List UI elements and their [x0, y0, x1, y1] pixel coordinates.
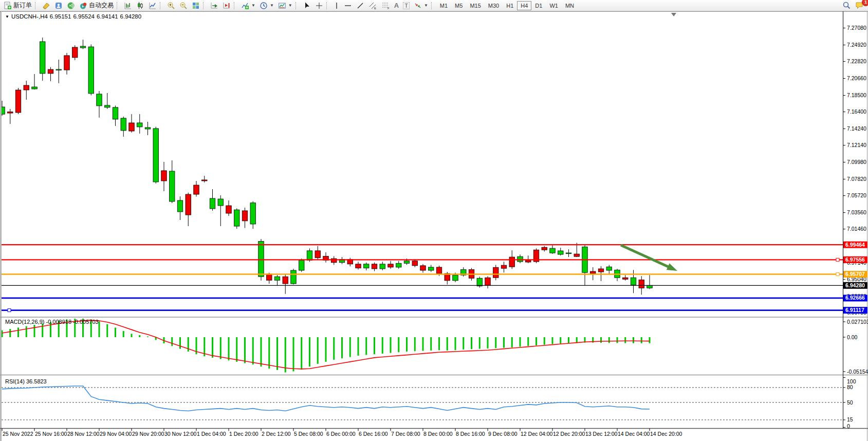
candle[interactable] [477, 277, 483, 287]
zoom-out-icon [179, 2, 188, 10]
timeframe-h4[interactable]: H4 [517, 1, 531, 10]
comments-button[interactable]: 1 [853, 1, 866, 11]
candle[interactable] [291, 269, 297, 285]
auto-scroll-button[interactable] [208, 1, 220, 11]
chevron-down-icon: ▼ [424, 3, 428, 8]
timeframe-d1[interactable]: D1 [531, 1, 546, 10]
horizontal-line-icon [344, 2, 352, 10]
autotrading-button[interactable]: 自动交易 [77, 1, 116, 11]
crosshair-icon [315, 2, 323, 10]
signal-button[interactable] [65, 1, 77, 11]
periods-button[interactable]: ▼ [257, 1, 276, 11]
timeframe-m15[interactable]: M15 [466, 1, 484, 10]
time-tick-label: 25 Nov 2022 [3, 431, 33, 437]
fibonacci-tool-button[interactable]: F [379, 1, 392, 11]
text-icon: A [394, 2, 399, 9]
vertical-line-icon [334, 2, 340, 10]
candlestick-chart-button[interactable] [134, 1, 146, 11]
timeframe-m1[interactable]: M1 [436, 1, 451, 10]
toolbar-grip [160, 2, 163, 9]
price-tick-label: 7.05720 [847, 192, 866, 198]
time-tick-label: 28 Nov 12:00 [67, 431, 100, 437]
chart-shift-button[interactable] [220, 1, 233, 11]
line-handle[interactable] [8, 309, 11, 312]
messenger-icon [54, 2, 63, 10]
candle[interactable] [299, 259, 305, 272]
candle[interactable] [153, 127, 159, 183]
chevron-down-icon: ▼ [288, 3, 292, 8]
line-chart-button[interactable] [146, 1, 159, 11]
price-tick-label: 7.27080 [847, 25, 866, 31]
toolbar-grip [431, 2, 434, 9]
price-tick-label: 7.18500 [847, 92, 866, 98]
search-button[interactable] [840, 1, 853, 11]
zoom-out-button[interactable] [177, 1, 190, 11]
price-tick-label: 7.09980 [847, 159, 866, 165]
main-toolbar: 新订单 自动交易 ▼ ▼ ▼ E F A T ▼ M1M5M15M30H1H4D… [0, 0, 868, 11]
timeframe-mn[interactable]: MN [562, 1, 578, 10]
search-icon [842, 1, 851, 10]
line-handle[interactable] [836, 273, 839, 276]
timeframe-m5[interactable]: M5 [451, 1, 466, 10]
templates-button[interactable]: ▼ [276, 1, 294, 11]
indicators-button[interactable]: ▼ [239, 1, 257, 11]
rsi-axis-label: 80 [847, 384, 853, 390]
toolbar-grip [234, 2, 237, 9]
time-tick-label: 12 Dec 04:00 [521, 431, 553, 437]
vertical-line-tool-button[interactable] [331, 1, 342, 11]
time-tick-label: 2 Dec 12:00 [262, 431, 291, 437]
price-tick-label: 7.12140 [847, 142, 866, 148]
arrows-icon [414, 2, 422, 10]
timeframe-w1[interactable]: W1 [546, 1, 562, 10]
toolbar-grip [35, 2, 38, 9]
equidistant-channel-tool-button[interactable]: E [366, 1, 379, 11]
candle[interactable] [234, 208, 240, 229]
price-tick-label: 7.24920 [847, 42, 866, 48]
price-chart[interactable]: 7.270807.249207.228207.206607.185007.164… [0, 0, 868, 441]
candle[interactable] [88, 44, 94, 95]
line-handle[interactable] [836, 258, 839, 261]
price-badge-6.94280: 6.94280 [843, 282, 867, 289]
cursor-tool-button[interactable] [301, 1, 313, 11]
time-tick-label: 1 Dec 04:00 [197, 431, 226, 437]
price-tick-label: 7.20660 [847, 75, 866, 81]
trendline-tool-button[interactable] [354, 1, 366, 11]
trendline-icon [356, 2, 364, 10]
text-label-tool-button[interactable]: T [401, 1, 412, 11]
bar-chart-button[interactable] [122, 1, 134, 11]
candle[interactable] [15, 88, 21, 114]
svg-text:6.99464: 6.99464 [845, 242, 865, 248]
zoom-in-button[interactable] [165, 1, 177, 11]
candle[interactable] [533, 248, 539, 263]
time-tick-label: 30 Nov 12:00 [164, 431, 197, 437]
crosshair-tool-button[interactable] [313, 1, 325, 11]
horizontal-line-tool-button[interactable] [342, 1, 354, 11]
rsi-axis-label: 0 [847, 423, 850, 429]
time-tick-label: 12 Dec 20:00 [553, 431, 585, 437]
chart-title-dropdown-icon[interactable]: ▼ [5, 14, 9, 19]
text-tool-button[interactable]: A [392, 1, 401, 11]
line-chart-icon [149, 2, 157, 10]
autotrading-label: 自动交易 [89, 1, 114, 10]
timeframe-m30[interactable]: M30 [485, 1, 503, 10]
new-order-button[interactable]: 新订单 [2, 1, 34, 11]
timeframe-h1[interactable]: H1 [503, 1, 517, 10]
messenger-button[interactable] [52, 1, 65, 11]
svg-text:6.97556: 6.97556 [845, 256, 865, 263]
tile-windows-icon [192, 2, 200, 10]
arrows-tool-button[interactable]: ▼ [412, 1, 430, 11]
price-tick-label: 7.22820 [847, 58, 866, 64]
price-badge-6.95707: 6.95707 [843, 271, 867, 278]
highlighter-button[interactable] [40, 1, 52, 11]
zoom-in-icon [167, 2, 175, 10]
rsi-axis-label: 100 [847, 378, 856, 384]
macd-axis-label: 0.00 [847, 334, 858, 340]
time-tick-label: 7 Dec 08:00 [391, 431, 420, 437]
time-tick-label: 25 Nov 16:00 [35, 431, 67, 437]
tile-windows-button[interactable] [190, 1, 202, 11]
indicators-icon [241, 2, 249, 10]
time-tick-label: 29 Nov 20:00 [132, 431, 164, 437]
macd-axis-label: 0.027103 [847, 319, 868, 325]
time-tick-label: 8 Dec 00:00 [423, 431, 453, 437]
toolbar-grip [117, 2, 120, 9]
